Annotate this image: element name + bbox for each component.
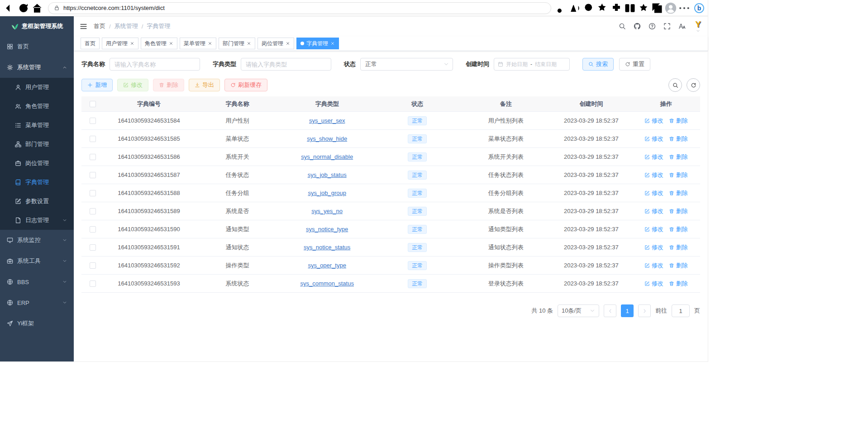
row-delete-button[interactable]: 删除 — [669, 243, 688, 252]
row-checkbox[interactable] — [90, 118, 96, 124]
edit-button[interactable]: 修改 — [117, 79, 148, 91]
favorite-add-icon[interactable] — [596, 2, 609, 14]
row-edit-button[interactable]: 修改 — [644, 261, 663, 270]
url-bar[interactable]: https://ccnetcore.com:1101/system/dict — [48, 2, 551, 14]
sidebar-item-role-management[interactable]: 角色管理 — [0, 97, 74, 116]
close-icon[interactable] — [208, 41, 212, 46]
back-icon[interactable] — [4, 2, 16, 14]
extensions-icon[interactable] — [610, 2, 623, 14]
close-icon[interactable] — [169, 41, 173, 46]
sidebar-item-dept-management[interactable]: 部门管理 — [0, 135, 74, 154]
refresh-table-button[interactable] — [687, 78, 700, 92]
framework-logo[interactable]: Y — [695, 20, 701, 33]
row-edit-button[interactable]: 修改 — [644, 117, 663, 125]
row-delete-button[interactable]: 删除 — [669, 171, 688, 179]
tab-user-management[interactable]: 用户管理 — [102, 38, 138, 49]
page-number-button[interactable]: 1 — [621, 304, 634, 317]
refresh-cache-button[interactable]: 刷新缓存 — [224, 79, 267, 91]
search-button[interactable]: 搜索 — [582, 58, 614, 71]
page-size-select[interactable]: 10条/页 — [558, 304, 599, 317]
collections-icon[interactable] — [651, 2, 663, 14]
select-all-checkbox[interactable] — [90, 101, 96, 107]
row-edit-button[interactable]: 修改 — [644, 280, 663, 288]
row-checkbox[interactable] — [90, 136, 96, 142]
sidebar-item-log-management[interactable]: 日志管理 — [0, 211, 74, 230]
row-delete-button[interactable]: 删除 — [669, 261, 688, 270]
toggle-search-button[interactable] — [668, 78, 682, 92]
tab-home[interactable]: 首页 — [81, 38, 100, 49]
goto-page-input[interactable] — [672, 304, 690, 317]
row-delete-button[interactable]: 删除 — [669, 207, 688, 215]
dict-type-link[interactable]: sys_common_status — [300, 280, 354, 287]
dict-type-link[interactable]: sys_oper_type — [308, 262, 346, 269]
zoom-out-icon[interactable] — [583, 2, 596, 14]
row-checkbox[interactable] — [90, 172, 96, 178]
bing-icon[interactable]: b — [694, 3, 704, 13]
favorites-bar-icon[interactable] — [637, 2, 650, 14]
dict-type-link[interactable]: sys_notice_type — [306, 226, 348, 233]
search-icon[interactable] — [619, 23, 626, 30]
row-checkbox[interactable] — [90, 190, 96, 196]
dict-type-input[interactable] — [241, 58, 331, 71]
dict-type-link[interactable]: sys_user_sex — [309, 117, 345, 124]
tab-dict-management[interactable]: 字典管理 — [296, 38, 339, 49]
help-icon[interactable] — [649, 23, 656, 30]
sidebar-item-param-settings[interactable]: 参数设置 — [0, 192, 74, 211]
dict-name-input[interactable] — [110, 58, 200, 71]
dict-type-link[interactable]: sys_job_status — [308, 171, 347, 178]
sidebar-item-yi-framework[interactable]: Yi框架 — [0, 313, 74, 334]
sidebar-item-menu-management[interactable]: 菜单管理 — [0, 116, 74, 135]
sidebar-item-system-monitor[interactable]: 系统监控 — [0, 230, 74, 251]
tab-post-management[interactable]: 岗位管理 — [258, 38, 294, 49]
row-delete-button[interactable]: 删除 — [669, 280, 688, 288]
export-button[interactable]: 导出 — [189, 79, 220, 91]
sidebar-item-home[interactable]: 首页 — [0, 36, 74, 57]
dict-type-link[interactable]: sys_notice_status — [304, 244, 350, 251]
key-icon[interactable] — [556, 2, 568, 14]
row-edit-button[interactable]: 修改 — [644, 225, 663, 233]
row-edit-button[interactable]: 修改 — [644, 135, 663, 143]
dict-type-link[interactable]: sys_job_group — [308, 190, 346, 196]
row-edit-button[interactable]: 修改 — [644, 153, 663, 161]
read-aloud-icon[interactable] — [569, 2, 582, 14]
prev-page-button[interactable] — [604, 304, 616, 317]
dict-type-link[interactable]: sys_yes_no — [311, 208, 343, 214]
sidebar-item-bbs[interactable]: BBS — [0, 271, 74, 292]
tab-dept-management[interactable]: 部门管理 — [219, 38, 255, 49]
font-size-icon[interactable] — [678, 23, 686, 30]
row-delete-button[interactable]: 删除 — [669, 135, 688, 143]
row-checkbox[interactable] — [90, 244, 96, 251]
row-delete-button[interactable]: 删除 — [669, 117, 688, 125]
close-icon[interactable] — [130, 41, 134, 46]
sidebar-item-post-management[interactable]: 岗位管理 — [0, 154, 74, 173]
tab-role-management[interactable]: 角色管理 — [141, 38, 177, 49]
dict-type-link[interactable]: sys_normal_disable — [301, 153, 353, 160]
row-delete-button[interactable]: 删除 — [669, 189, 688, 197]
row-checkbox[interactable] — [90, 208, 96, 214]
sidebar-item-system-tools[interactable]: 系统工具 — [0, 251, 74, 271]
row-checkbox[interactable] — [90, 226, 96, 233]
row-delete-button[interactable]: 删除 — [669, 225, 688, 233]
row-edit-button[interactable]: 修改 — [644, 207, 663, 215]
reset-button[interactable]: 重置 — [619, 58, 650, 71]
row-checkbox[interactable] — [90, 154, 96, 160]
split-screen-icon[interactable] — [624, 2, 636, 14]
collapse-sidebar-icon[interactable] — [80, 23, 87, 30]
row-edit-button[interactable]: 修改 — [644, 189, 663, 197]
row-checkbox[interactable] — [90, 262, 96, 269]
date-range-picker[interactable]: 开始日期 - 结束日期 — [494, 58, 570, 71]
sidebar-item-user-management[interactable]: 用户管理 — [0, 78, 74, 97]
fullscreen-icon[interactable] — [663, 23, 671, 30]
delete-button[interactable]: 删除 — [153, 79, 184, 91]
close-icon[interactable] — [247, 41, 251, 46]
breadcrumb-home[interactable]: 首页 — [94, 22, 105, 30]
dict-type-link[interactable]: sys_show_hide — [307, 135, 347, 142]
next-page-button[interactable] — [638, 304, 651, 317]
refresh-page-icon[interactable] — [17, 2, 30, 14]
close-icon[interactable] — [330, 41, 335, 46]
home-icon[interactable] — [31, 2, 43, 14]
github-icon[interactable] — [634, 23, 641, 30]
more-icon[interactable] — [678, 2, 691, 14]
tab-menu-management[interactable]: 菜单管理 — [180, 38, 216, 49]
close-icon[interactable] — [286, 41, 290, 46]
